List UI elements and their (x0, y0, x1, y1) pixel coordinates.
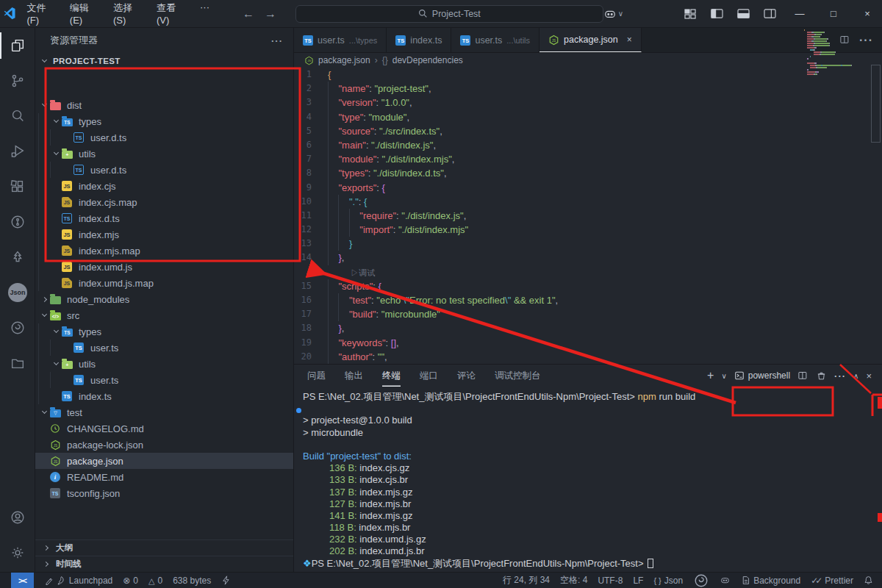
tree-item-CHANGELOG.md[interactable]: CHANGELOG.md (35, 420, 293, 437)
terminal-shell-item[interactable]: powershell (734, 370, 790, 381)
editor-tab-user.ts[interactable]: TSuser.ts...\types (294, 28, 387, 52)
tree-item-index.mjs[interactable]: JSindex.mjs (35, 226, 293, 243)
tree-item-user.d.ts[interactable]: TSuser.d.ts (35, 129, 293, 146)
status-copilot-status[interactable] (720, 573, 731, 588)
tree-item-utils[interactable]: +utils (35, 146, 293, 162)
activity-item-json-tools[interactable]: Json (0, 275, 35, 310)
menu-2[interactable]: 选择(S) (107, 0, 147, 28)
minimap[interactable] (804, 29, 870, 76)
activity-item-source-control[interactable] (0, 63, 35, 98)
tree-item-types[interactable]: TStypes (35, 113, 293, 129)
tree-item-types[interactable]: TStypes (35, 323, 293, 340)
status-problems-warnings[interactable]: △0 (148, 573, 162, 588)
activity-item-settings[interactable] (0, 535, 35, 570)
panel-tab-端口[interactable]: 端口 (420, 365, 438, 387)
activity-item-swirl-extension[interactable] (0, 310, 35, 345)
kill-terminal-icon[interactable] (816, 370, 827, 381)
panel-tab-终端[interactable]: 终端 (382, 365, 401, 387)
tree-item-tsconfig.json[interactable]: TStsconfig.json (35, 485, 293, 501)
toggle-sidebar-icon[interactable] (706, 3, 728, 25)
close-panel-icon[interactable]: × (866, 370, 872, 381)
sidebar-section-0[interactable]: 大纲 (35, 539, 293, 556)
activity-item-run-debug[interactable] (0, 134, 35, 169)
activity-item-gitlens[interactable] (0, 204, 35, 240)
status-problems-errors[interactable]: ⊗0 (123, 573, 138, 588)
tree-item-user.ts[interactable]: TSuser.ts (35, 340, 293, 356)
window-maximize-button[interactable]: □ (819, 0, 848, 28)
status-language-mode[interactable]: { }Json (653, 573, 683, 588)
tree-item-index.cjs.map[interactable]: JSindex.cjs.map (35, 194, 293, 210)
breadcrumb-file[interactable]: package.json (318, 55, 370, 65)
editor-tab-package.json[interactable]: JSpackage.json× (539, 28, 642, 52)
panel-tab-评论[interactable]: 评论 (457, 365, 476, 387)
tree-item-index.cjs[interactable]: JSindex.cjs (35, 178, 293, 194)
tree-item-utils[interactable]: +utils (35, 356, 293, 372)
activity-item-extensions[interactable] (0, 169, 35, 204)
status-prettier[interactable]: ✓✓Prettier (811, 573, 853, 588)
panel-tab-调试控制台[interactable]: 调试控制台 (495, 365, 541, 387)
maximize-panel-icon[interactable]: ∧ (853, 372, 858, 380)
activity-item-search[interactable] (0, 98, 35, 134)
editor-tab-index.ts[interactable]: TSindex.ts (387, 28, 451, 52)
tree-item-src[interactable]: </>src (35, 307, 293, 323)
menu-3[interactable]: 查看(V) (150, 0, 190, 28)
tree-item-index.ts[interactable]: TSindex.ts (35, 388, 293, 404)
tree-item-index.umd.js.map[interactable]: JSindex.umd.js.map (35, 275, 293, 291)
tree-item-node-modules[interactable]: node_modules (35, 291, 293, 307)
status-background-extension[interactable]: Background (741, 573, 800, 588)
tree-item-index.umd.js[interactable]: JSindex.umd.js (35, 259, 293, 275)
tree-item-README.md[interactable]: iREADME.md (35, 469, 293, 485)
terminal-profile-chevron-icon[interactable]: ∨ (721, 372, 726, 380)
menu-1[interactable]: 编辑(E) (63, 0, 104, 28)
tree-item-package.json[interactable]: JSpackage.json (35, 453, 293, 469)
editor-tab-user.ts[interactable]: TSuser.ts...\utils (451, 28, 539, 52)
code-editor[interactable]: 1{2 "name": "project-test",3 "version": … (294, 68, 882, 364)
activity-item-project-manager[interactable] (0, 345, 35, 381)
toggle-panel-icon[interactable] (732, 3, 754, 25)
menu-0[interactable]: 文件(F) (20, 0, 60, 28)
activity-item-todo-tree[interactable] (0, 240, 35, 275)
panel-tab-输出[interactable]: 输出 (345, 365, 363, 387)
menu-more[interactable]: ··· (193, 0, 216, 28)
tree-item-user.ts[interactable]: TSuser.ts (35, 372, 293, 388)
terminal-command-decoration[interactable] (296, 408, 301, 413)
nav-back-icon[interactable]: ← (243, 7, 254, 21)
status-encoding[interactable]: UTF-8 (598, 573, 623, 588)
tree-item-user.d.ts[interactable]: TSuser.d.ts (35, 162, 293, 178)
activity-item-accounts[interactable] (0, 500, 35, 535)
status-notifications[interactable] (864, 573, 873, 588)
status-swirl-status[interactable] (693, 573, 709, 588)
activity-item-explorer[interactable] (0, 28, 35, 63)
command-center-search[interactable]: Project-Test (295, 5, 603, 23)
breadcrumb-symbol[interactable]: devDependencies (392, 55, 463, 65)
status-power-mode[interactable] (221, 573, 230, 588)
status-remote-indicator[interactable]: >< (11, 573, 34, 588)
new-terminal-button[interactable]: + (707, 369, 714, 382)
toggle-secondary-sidebar-icon[interactable] (759, 3, 781, 25)
terminal[interactable]: PS E:\Net_02.项目管理\Net_测试项目\ProjectFrontE… (294, 388, 882, 572)
status-indentation[interactable]: 空格: 4 (560, 573, 587, 588)
breadcrumb[interactable]: JS package.json › {} devDependencies (294, 53, 882, 68)
status-launchpad[interactable]: Launchpad (44, 573, 112, 588)
status-eol[interactable]: LF (633, 573, 643, 588)
minimap-slider[interactable] (871, 65, 881, 143)
sidebar-more-actions[interactable]: ··· (271, 35, 283, 46)
copilot-menu[interactable]: ∨ (603, 8, 623, 20)
nav-forward-icon[interactable]: → (265, 7, 276, 21)
split-terminal-icon[interactable] (797, 370, 808, 381)
project-root-header[interactable]: PROJECT-TEST (35, 53, 293, 69)
tree-item-dist[interactable]: dist (35, 97, 293, 113)
customize-layout-icon[interactable] (679, 3, 701, 25)
panel-more-actions[interactable]: ··· (834, 370, 846, 381)
sidebar-section-1[interactable]: 时间线 (35, 556, 293, 572)
status-cursor-position[interactable]: 行 24, 列 34 (503, 573, 550, 588)
status-file-size[interactable]: 638 bytes (173, 573, 211, 588)
panel-tab-问题[interactable]: 问题 (307, 365, 326, 387)
tree-item-test[interactable]: ▽test (35, 404, 293, 420)
tree-item-package-lock.json[interactable]: JSpackage-lock.json (35, 437, 293, 453)
window-minimize-button[interactable]: — (785, 0, 814, 28)
tree-item-index.d.ts[interactable]: TSindex.d.ts (35, 210, 293, 226)
tree-item-index.mjs.map[interactable]: JSindex.mjs.map (35, 243, 293, 259)
window-close-button[interactable]: × (853, 0, 882, 28)
tab-close-icon[interactable]: × (627, 35, 632, 45)
